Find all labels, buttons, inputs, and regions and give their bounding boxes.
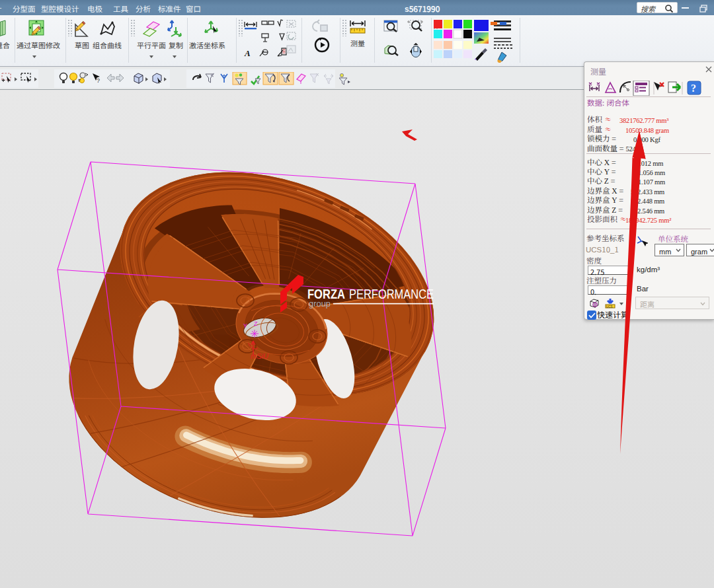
svg-text:UCS: UCS	[606, 305, 613, 309]
svg-text:group: group	[309, 299, 331, 309]
svg-text:mSiU: mSiU	[251, 352, 268, 360]
svg-text:Z: Z	[254, 320, 258, 327]
svg-text:PERFORMANCE: PERFORMANCE	[349, 287, 434, 301]
svg-text:A: A	[244, 48, 251, 58]
svg-text:?: ?	[97, 77, 100, 84]
svg-text:Y: Y	[243, 322, 247, 329]
svg-text:?: ?	[691, 83, 696, 94]
